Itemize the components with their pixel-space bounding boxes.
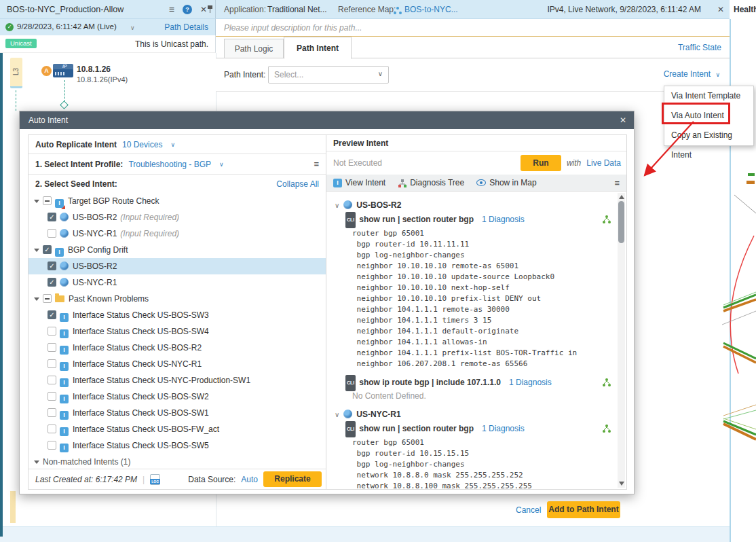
tree-row[interactable]: US-BOS-R2(Input Required): [29, 209, 326, 225]
device-name[interactable]: 10.8.1.26: [77, 65, 111, 74]
run-button[interactable]: Run: [521, 155, 561, 171]
diagnosis-link[interactable]: 1 Diagnosis: [482, 215, 525, 224]
diagnosis-icon[interactable]: [602, 423, 611, 438]
tab-view-intent[interactable]: I View Intent: [333, 178, 385, 187]
network-info: IPv4, Live Network, 9/28/2023, 6:11:42 A…: [547, 5, 701, 14]
collapse-all-link[interactable]: Collapse All: [276, 179, 319, 189]
tree-checkbox[interactable]: [48, 310, 56, 319]
tree-row[interactable]: IInterface Status Check US-BOS-SW1: [29, 405, 326, 421]
menu-item-copy-an-existing-intent[interactable]: Copy an Existing Intent: [664, 126, 753, 145]
tree-row[interactable]: US-NYC-R1: [29, 274, 326, 291]
add-to-path-intent-button[interactable]: Add to Path Intent: [547, 501, 620, 518]
diagnosis-icon[interactable]: [602, 214, 611, 229]
preview-device-row[interactable]: ∨US-BOS-R2: [335, 198, 606, 212]
view-intent-icon: I: [333, 179, 342, 187]
help-icon[interactable]: ?: [183, 5, 192, 14]
application-value[interactable]: Traditional Net...: [267, 5, 327, 14]
tree-row-label: US-BOS-R2: [73, 261, 117, 271]
tree-checkbox[interactable]: [48, 359, 56, 368]
path-timestamp[interactable]: 9/28/2023, 6:11:42 AM (Live): [17, 22, 117, 31]
tree-expand-icon[interactable]: [34, 200, 39, 203]
profile-menu-icon[interactable]: ≡: [314, 159, 319, 169]
tree-row[interactable]: IInterface Status Check US-BOS-SW5: [29, 437, 326, 454]
menu-icon[interactable]: ≡: [169, 4, 174, 15]
tab-path-intent[interactable]: Path Intent: [284, 37, 352, 59]
scroll-up-icon[interactable]: [619, 195, 624, 199]
description-input[interactable]: Please input description for this path..…: [216, 19, 730, 37]
tree-checkbox[interactable]: [48, 376, 56, 384]
tree-checkbox[interactable]: [48, 343, 56, 352]
chevron-down-icon: ∨: [378, 70, 383, 77]
data-source-value[interactable]: Auto: [241, 475, 258, 484]
cancel-link[interactable]: Cancel: [516, 505, 541, 515]
tree-expand-icon[interactable]: [34, 460, 39, 464]
tree-row[interactable]: IInterface Status Check US-NYC-Productio…: [29, 372, 326, 389]
preview-device-row[interactable]: ∨US-NYC-R1: [335, 408, 606, 421]
pin-icon[interactable]: [207, 5, 213, 14]
profile-select[interactable]: Troubleshooting - BGP: [128, 160, 211, 169]
tree-row[interactable]: Non-matched Intents (1): [29, 454, 326, 469]
device-icon: [343, 410, 352, 418]
devices-link[interactable]: 10 Devices: [122, 140, 162, 149]
tree-row[interactable]: IInterface Status Check US-NYC-R1: [29, 356, 326, 372]
tree-row-label: US-NYC-R1: [73, 229, 117, 238]
tree-checkbox[interactable]: [48, 229, 56, 238]
tree-checkbox[interactable]: [48, 278, 56, 287]
cli-command: show run | section router bgp: [359, 215, 474, 224]
tree-row[interactable]: US-NYC-R1(Input Required): [29, 225, 326, 242]
preview-menu-icon[interactable]: ≡: [614, 178, 620, 188]
health-menu[interactable]: Health: [734, 5, 756, 14]
tree-row[interactable]: ITarget BGP Route Check: [29, 193, 326, 209]
router-icon[interactable]: IP: [53, 64, 73, 77]
tree-checkbox[interactable]: [48, 327, 56, 336]
tree-expand-icon[interactable]: [34, 249, 39, 252]
tree-checkbox[interactable]: [48, 392, 56, 401]
menu-item-via-intent-template[interactable]: Via Intent Template: [664, 86, 753, 106]
tree-checkbox[interactable]: [43, 294, 52, 303]
tab-show-in-map[interactable]: Show in Map: [476, 178, 536, 187]
scrollbar-thumb[interactable]: [618, 201, 624, 243]
tree-row[interactable]: IInterface Status Check US-BOS-FW_act: [29, 421, 326, 437]
replicate-button[interactable]: Replicate: [263, 471, 322, 487]
diagnosis-icon[interactable]: [602, 377, 611, 392]
reference-map-link[interactable]: BOS-to-NYC...: [404, 5, 458, 14]
tree-checkbox[interactable]: [43, 245, 52, 254]
scroll-down-icon[interactable]: [619, 482, 624, 486]
tree-checkbox[interactable]: [43, 196, 52, 205]
diagnosis-link[interactable]: 1 Diagnosis: [482, 424, 525, 433]
tree-expand-icon[interactable]: [34, 297, 39, 301]
chevron-down-icon[interactable]: ∨: [335, 411, 339, 418]
chevron-down-icon[interactable]: ∨: [335, 202, 339, 209]
tree-row[interactable]: IInterface Status Check US-BOS-SW3: [29, 307, 326, 323]
tab-path-logic[interactable]: Path Logic: [224, 39, 284, 58]
tree-row[interactable]: US-BOS-R2: [29, 258, 326, 274]
tree-row[interactable]: IInterface Status Check US-BOS-SW2: [29, 389, 326, 405]
tree-row-label: Interface Status Check US-BOS-SW5: [73, 441, 209, 450]
tree-checkbox[interactable]: [48, 213, 56, 221]
tree-row[interactable]: IBGP Config Drift: [29, 242, 326, 258]
traffic-state-link[interactable]: Traffic State: [678, 43, 721, 52]
tree-checkbox[interactable]: [48, 424, 56, 433]
path-intent-select[interactable]: Select... ∨: [268, 66, 389, 84]
tree-checkbox[interactable]: [48, 441, 56, 450]
tab-diagnosis-tree[interactable]: Diagnosis Tree: [398, 178, 464, 187]
create-intent-link[interactable]: Create Intent: [664, 69, 711, 79]
tree-checkbox[interactable]: [48, 408, 56, 417]
step2-label: 2. Select Seed Intent:: [35, 179, 117, 189]
tree-row[interactable]: IInterface Status Check US-BOS-R2: [29, 340, 326, 356]
path-details-link[interactable]: Path Details: [164, 22, 208, 32]
dialog-close-icon[interactable]: ✕: [620, 115, 626, 125]
diagnosis-link[interactable]: 1 Diagnosis: [509, 378, 552, 387]
menu-item-via-auto-intent[interactable]: Via Auto Intent: [664, 106, 753, 126]
live-data-link[interactable]: Live Data: [586, 158, 621, 168]
log-icon[interactable]: [150, 474, 160, 485]
tree-checkbox[interactable]: [48, 261, 56, 270]
tree-row[interactable]: Past Known Problems: [29, 291, 326, 307]
scrollbar[interactable]: [618, 193, 625, 488]
close-icon[interactable]: ✕: [200, 5, 207, 14]
tree-row[interactable]: IInterface Status Check US-BOS-SW4: [29, 323, 326, 340]
cli-badge-icon: CLI: [345, 375, 356, 391]
dialog-titlebar[interactable]: Auto Intent ✕: [20, 111, 634, 129]
close-map-icon[interactable]: ✕: [717, 5, 724, 14]
replicate-header-row: Auto Replicate Intent 10 Devices ∨: [29, 135, 326, 154]
